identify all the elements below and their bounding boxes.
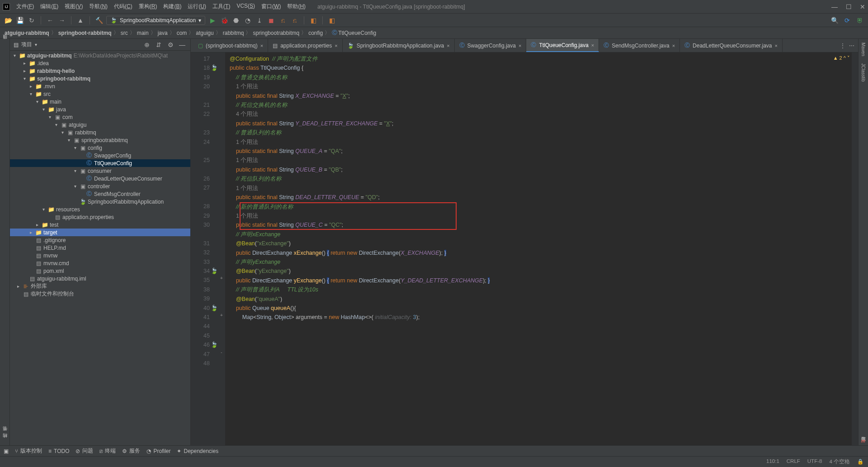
git2-icon[interactable]: ⎌ <box>290 16 299 25</box>
bottom-tool-问题[interactable]: ⊘问题 <box>75 447 93 455</box>
tree-item[interactable]: SendMsgController <box>10 190 190 198</box>
tabs-more-icon[interactable]: ⋮ <box>840 43 845 49</box>
line-gutter[interactable]: 1718🍃19202122232425262728293031323334🍃35… <box>191 52 218 445</box>
tree-item[interactable]: ▾📁springboot-rabbitmq <box>10 75 190 82</box>
rail-m-icon[interactable]: m <box>861 437 865 445</box>
tree-item[interactable]: ▸📁test <box>10 221 190 229</box>
breadcrumb-segment[interactable]: atguigu-rabbitmq <box>5 30 49 36</box>
breadcrumb-segment[interactable]: src <box>121 30 128 36</box>
tree-item[interactable]: ▸⊪外部库 <box>10 282 190 290</box>
run-button[interactable]: ▶ <box>208 16 217 25</box>
collapse-icon[interactable]: ⇵ <box>154 40 163 49</box>
code-editor[interactable]: @Configuration // 声明为配置文件public class Tt… <box>225 52 858 445</box>
tree-item[interactable]: ▾▣springbootrabbitmq <box>10 136 190 144</box>
tree-item[interactable]: ▾▣rabbitmq <box>10 129 190 136</box>
breadcrumb-segment[interactable]: Ⓒ TtlQueueConfig <box>332 29 376 37</box>
tree-item[interactable]: ▤atguigu-rabbitmq.iml <box>10 275 190 282</box>
editor-tab[interactable]: ▢(springboot-rabbitmq)× <box>193 39 268 52</box>
tree-item[interactable]: SwaggerConfig <box>10 152 190 159</box>
minimize-button[interactable]: — <box>831 3 838 10</box>
hammer-icon[interactable]: 🔨 <box>94 16 104 25</box>
tree-item[interactable]: ▸📁.mvn <box>10 82 190 90</box>
close-tab-icon[interactable]: × <box>260 43 263 48</box>
search-icon[interactable]: 🔍 <box>830 16 839 25</box>
back-icon[interactable]: ← <box>46 16 55 25</box>
tree-item[interactable]: ▾📁src <box>10 90 190 98</box>
tree-item[interactable]: DeadLetterQueueConsumer <box>10 175 190 182</box>
close-button[interactable]: ✕ <box>860 3 865 10</box>
menu-item[interactable]: 视图(V) <box>62 1 85 12</box>
editor-tab[interactable]: TtlQueueConfig.java× <box>526 39 599 52</box>
tree-item[interactable]: ▾▣com <box>10 113 190 121</box>
gear-icon[interactable]: ⚙ <box>166 40 175 49</box>
icon-sq1[interactable]: ◧ <box>309 16 318 25</box>
menu-item[interactable]: 构建(B) <box>160 1 184 12</box>
editor-tab[interactable]: ▤application.properties× <box>268 39 343 52</box>
tree-item[interactable]: ▤pom.xml <box>10 267 190 275</box>
tree-item[interactable]: ▸📁rabbitmq-hello <box>10 67 190 75</box>
error-stripe[interactable] <box>852 52 858 445</box>
bottom-tool-TODO[interactable]: ≡TODO <box>48 448 69 454</box>
tree-item[interactable]: ▤临时文件和控制台 <box>10 290 190 298</box>
tree-item[interactable]: ▸📁target <box>10 229 190 236</box>
encoding[interactable]: UTF-8 <box>807 458 822 465</box>
tabs-dropdown-icon[interactable]: ⋯ <box>849 43 854 49</box>
breadcrumb-segment[interactable]: springboot-rabbitmq <box>58 30 112 36</box>
run-config-selector[interactable]: 🍃 SpringbootRabbitmqApplication ▾ <box>106 16 205 25</box>
menu-item[interactable]: 文件(F) <box>14 1 37 12</box>
breadcrumb-segment[interactable]: config <box>308 30 323 36</box>
lock-icon[interactable]: 🔒 <box>857 458 863 465</box>
sync-icon[interactable]: ⟳ <box>843 16 852 25</box>
refresh-icon[interactable]: ↻ <box>27 16 36 25</box>
menu-item[interactable]: 工具(T) <box>210 1 233 12</box>
tree-item[interactable]: ▤HELP.md <box>10 244 190 252</box>
editor-tab[interactable]: 🍃SpringbootRabbitmqApplication.java× <box>343 39 455 52</box>
editor-tab[interactable]: DeadLetterQueueConsumer.java× <box>680 39 783 52</box>
tree-item[interactable]: ▸📁.idea <box>10 59 190 67</box>
rail-project-tab[interactable]: 项目 <box>2 39 8 46</box>
rail-bookmarks-tab[interactable]: 书签 <box>2 431 8 438</box>
menu-item[interactable]: 代码(C) <box>111 1 135 12</box>
close-tab-icon[interactable]: × <box>519 43 521 48</box>
breadcrumb-segment[interactable]: rabbitmq <box>223 30 244 36</box>
menu-item[interactable]: 帮助(H) <box>284 1 308 12</box>
rail-jclasstib-tab[interactable]: JClasstib <box>861 60 866 86</box>
tree-item[interactable]: ▾▣controller <box>10 182 190 190</box>
toolwin-icon[interactable]: ▣ <box>4 448 9 454</box>
tree-item[interactable]: ▤application.properties <box>10 213 190 221</box>
breadcrumb-segment[interactable]: atguigu <box>196 30 213 36</box>
fold-column[interactable]: ++- <box>218 52 225 445</box>
menu-item[interactable]: 编辑(E) <box>38 1 61 12</box>
bottom-tool-Profiler[interactable]: ◔Profiler <box>146 448 170 454</box>
expand-icon[interactable]: ⊕ <box>142 40 151 49</box>
build-icon[interactable]: ▲ <box>76 16 85 25</box>
editor-tab[interactable]: SendMsgController.java× <box>599 39 680 52</box>
maximize-button[interactable]: ☐ <box>846 3 852 10</box>
menu-item[interactable]: 运行(U) <box>185 1 209 12</box>
git-icon[interactable]: ⎌ <box>278 16 288 25</box>
profile-icon[interactable]: ◔ <box>243 16 252 25</box>
bottom-tool-服务[interactable]: ⚙服务 <box>122 447 140 455</box>
bottom-tool-终端[interactable]: ⎚终端 <box>99 447 116 455</box>
icon-sq2[interactable]: ◧ <box>327 16 336 25</box>
coverage-icon[interactable]: ⬣ <box>231 16 241 25</box>
menu-item[interactable]: 窗口(W) <box>259 1 283 12</box>
close-tab-icon[interactable]: × <box>672 43 675 48</box>
debug-button[interactable]: 🐞 <box>220 16 229 25</box>
close-tab-icon[interactable]: × <box>447 43 449 48</box>
tree-item[interactable]: ▤mvnw <box>10 252 190 259</box>
tree-item[interactable]: 🍃SpringbootRabbitmqApplication <box>10 198 190 205</box>
tree-item[interactable]: ▾▣config <box>10 144 190 152</box>
forward-icon[interactable]: → <box>57 16 66 25</box>
tree-item[interactable]: ▾▣consumer <box>10 167 190 175</box>
project-tree[interactable]: ▾📁atguigu-rabbitmq E:\WorkData\IdeaProje… <box>10 51 190 445</box>
menu-item[interactable]: 重构(R) <box>136 1 160 12</box>
inspection-summary[interactable]: ▲ 2 ^ ˅ <box>833 55 850 61</box>
caret-pos[interactable]: 110:1 <box>766 458 779 465</box>
indent[interactable]: 4 个空格 <box>829 458 850 465</box>
editor-tab[interactable]: SwaggerConfig.java× <box>455 39 527 52</box>
hide-icon[interactable]: — <box>178 40 187 49</box>
open-icon[interactable]: 📂 <box>4 16 13 25</box>
tree-item[interactable]: ▾▣atguigu <box>10 121 190 129</box>
attach-icon[interactable]: ⤓ <box>255 16 264 25</box>
